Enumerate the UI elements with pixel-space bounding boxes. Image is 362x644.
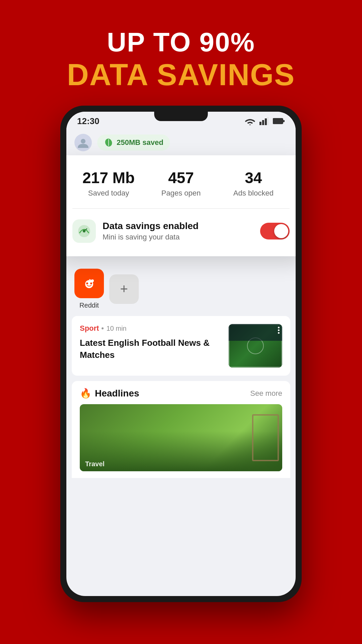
add-shortcut-button[interactable]: + bbox=[109, 274, 139, 304]
status-icons bbox=[245, 117, 285, 125]
phone-screen: 12:30 bbox=[66, 112, 296, 596]
wifi-icon bbox=[245, 117, 255, 125]
stat-label-ads: Ads blocked bbox=[217, 189, 290, 198]
leaf-icon bbox=[104, 138, 113, 147]
savings-text: Data savings enabled Mini is saving your… bbox=[103, 221, 253, 241]
headline-image[interactable]: Travel bbox=[80, 404, 282, 471]
svg-point-16 bbox=[90, 282, 92, 284]
hero-line2: DATA SAVINGS bbox=[67, 58, 295, 92]
phone-mockup: 12:30 bbox=[60, 106, 302, 602]
reddit-logo bbox=[80, 275, 98, 292]
svg-point-15 bbox=[86, 282, 88, 284]
data-savings-row: Data savings enabled Mini is saving your… bbox=[72, 219, 290, 243]
svg-point-7 bbox=[81, 139, 85, 144]
travel-label: Travel bbox=[85, 460, 105, 468]
headlines-header: 🔥 Headlines See more bbox=[80, 388, 282, 399]
news-content: Sport 10 min Latest English Football New… bbox=[80, 324, 222, 361]
hero-line1: UP TO 90% bbox=[67, 27, 295, 58]
hero-section: UP TO 90% DATA SAVINGS bbox=[67, 27, 295, 92]
svg-rect-1 bbox=[262, 120, 264, 125]
stat-value-ads: 34 bbox=[217, 169, 290, 187]
svg-rect-3 bbox=[267, 117, 269, 125]
news-separator-dot bbox=[102, 327, 104, 329]
person-icon bbox=[78, 137, 88, 148]
news-category: Sport bbox=[80, 324, 99, 333]
stat-label-saved: Saved today bbox=[72, 189, 145, 198]
bridge-element bbox=[252, 414, 279, 461]
news-thumbnail bbox=[229, 324, 282, 368]
football-field-image bbox=[229, 324, 282, 368]
phone-notch bbox=[154, 112, 208, 121]
stat-saved-today: 217 Mb Saved today bbox=[72, 169, 145, 198]
stat-label-pages: Pages open bbox=[145, 189, 217, 198]
signal-icon bbox=[259, 117, 269, 125]
reddit-label: Reddit bbox=[79, 302, 99, 309]
data-saved-badge[interactable]: 250MB saved bbox=[97, 135, 170, 151]
stat-value-pages: 457 bbox=[145, 169, 217, 187]
crowd-overlay bbox=[229, 324, 282, 341]
headlines-title: 🔥 Headlines bbox=[80, 388, 139, 399]
svg-rect-2 bbox=[265, 118, 267, 125]
savings-icon-wrap bbox=[72, 219, 96, 243]
speedometer-icon bbox=[77, 224, 92, 238]
image-options-icon bbox=[278, 327, 280, 334]
quick-link-add[interactable]: + bbox=[109, 274, 139, 304]
see-more-button[interactable]: See more bbox=[250, 389, 282, 398]
news-meta: Sport 10 min bbox=[80, 324, 222, 333]
user-avatar[interactable] bbox=[74, 134, 92, 151]
quick-links-row: Reddit + bbox=[66, 262, 296, 316]
battery-icon bbox=[273, 118, 285, 124]
status-time: 12:30 bbox=[77, 116, 100, 126]
data-saved-text: 250MB saved bbox=[117, 138, 163, 147]
stat-pages-open: 457 Pages open bbox=[145, 169, 217, 198]
reddit-icon bbox=[74, 269, 104, 298]
svg-rect-5 bbox=[274, 119, 282, 123]
savings-subtitle: Mini is saving your data bbox=[103, 233, 253, 241]
data-savings-toggle[interactable] bbox=[260, 223, 290, 239]
svg-rect-0 bbox=[259, 122, 261, 125]
news-title: Latest English Football News & Matches bbox=[80, 337, 222, 361]
svg-point-17 bbox=[91, 279, 94, 282]
stat-ads-blocked: 34 Ads blocked bbox=[217, 169, 290, 198]
headlines-label: Headlines bbox=[95, 388, 139, 399]
savings-title: Data savings enabled bbox=[103, 221, 253, 231]
floating-stats-card: 217 Mb Saved today 457 Pages open 34 Ads… bbox=[66, 155, 296, 256]
svg-rect-6 bbox=[283, 120, 285, 122]
quick-link-reddit[interactable]: Reddit bbox=[74, 269, 104, 309]
mountain-scene: Travel bbox=[80, 404, 282, 471]
toggle-knob bbox=[274, 224, 288, 238]
news-time: 10 min bbox=[106, 325, 126, 332]
news-card[interactable]: Sport 10 min Latest English Football New… bbox=[72, 316, 290, 376]
card-divider bbox=[72, 208, 290, 209]
fire-icon: 🔥 bbox=[80, 388, 92, 399]
stat-value-saved: 217 Mb bbox=[72, 169, 145, 187]
headlines-section: 🔥 Headlines See more Travel bbox=[72, 381, 290, 478]
browser-topbar: 250MB saved bbox=[66, 130, 296, 155]
stats-row: 217 Mb Saved today 457 Pages open 34 Ads… bbox=[72, 169, 290, 198]
